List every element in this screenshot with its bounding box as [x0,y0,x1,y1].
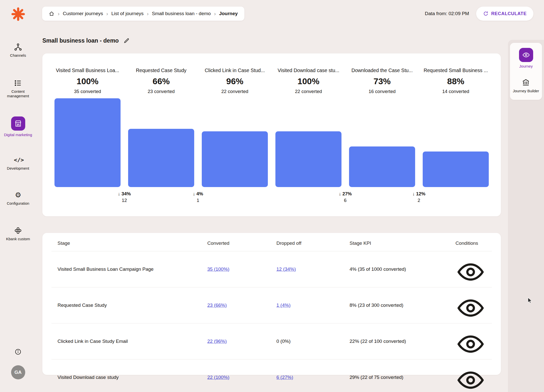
sidebar-item-development[interactable]: </> Development [2,156,35,171]
col-header-converted: Converted [207,240,276,246]
refresh-icon [483,11,489,16]
tab-journey-builder[interactable]: Journey Builder [513,78,539,93]
app-logo[interactable] [11,7,26,22]
stage-converted: 35 converted [74,89,101,94]
stage-name: Visited Small Business Loa... [56,68,119,73]
dropoff-indicator: ↓ 27% 6 [339,191,352,203]
info-icon[interactable] [15,348,21,355]
data-from-timestamp: Data from: 02:09 PM [425,11,469,16]
breadcrumb-list-of-journeys[interactable]: List of journeys [111,11,144,16]
brand-flower-icon [11,7,26,22]
sidebar: Channels Content management Digital mark… [0,0,36,392]
stage-percent: 73% [374,76,391,86]
converted-link[interactable]: 23 (66%) [207,303,227,308]
cell-stage-kpi: 22% (22 of 100 converted) [350,339,455,344]
journey-stages-table: Stage Converted Dropped off Stage KPI Co… [42,233,501,375]
sidebar-item-kbank-custom[interactable]: Kbank custom [2,226,35,241]
dropoff-indicator: ↓ 4% 1 [193,191,203,203]
funnel-stage-column: Requested Case Study 66% 23 converted [128,68,194,187]
breadcrumb-current-journey: Journey [219,11,238,16]
table-row: Visited Download case study 22 (100%) 6 … [51,359,492,392]
sidebar-item-channels[interactable]: Channels [2,43,35,58]
dropped-off-link[interactable]: 6 (27%) [276,375,293,380]
dropoff-count: 2 [412,198,425,203]
table-body: Visited Small Business Loan Campaign Pag… [51,251,492,392]
breadcrumb-separator: › [214,11,216,17]
breadcrumb-separator: › [58,11,60,17]
converted-link[interactable]: 35 (100%) [207,266,230,272]
conditions-eye-icon[interactable] [455,257,486,287]
cell-stage: Visited Download case study [58,375,207,380]
recalculate-button[interactable]: RECALCULATE [476,7,533,21]
sidebar-item-label: Channels [10,53,26,58]
cell-stage-kpi: 4% (35 of 1000 converted) [350,266,455,272]
conditions-eye-icon[interactable] [455,329,486,359]
tab-journey-label: Journey [519,64,533,69]
dropped-off-link[interactable]: 12 (34%) [276,266,296,272]
stage-percent: 100% [298,76,320,86]
channels-icon [14,43,22,51]
breadcrumb-journey-name[interactable]: Small business loan - demo [152,11,211,16]
conditions-eye-icon[interactable] [455,365,486,392]
table-row: Clicked Link in Case Study Email 22 (96%… [51,323,492,359]
funnel-bar[interactable] [202,131,268,187]
sidebar-item-label: Configuration [7,201,29,206]
funnel-bar[interactable] [54,98,121,187]
journey-view-switcher: Journey Journey Builder [510,43,542,100]
dropped-off-link[interactable]: 1 (4%) [276,303,291,308]
journey-eye-icon [519,48,533,62]
dropoff-count: 12 [118,198,131,203]
converted-link[interactable]: 22 (100%) [207,375,230,380]
converted-link[interactable]: 22 (96%) [207,339,227,344]
dropoff-row: ↓ 34% 12 ↓ 4% 1 ↓ 27% 6 ↓ 12% 2 [54,187,489,210]
bar-area [275,98,341,187]
col-header-conditions: Conditions [455,240,486,246]
dropoff-percent: 12% [416,191,425,196]
stage-percent: 66% [153,76,170,86]
breadcrumb: › Customer journeys › List of journeys ›… [42,7,244,21]
avatar[interactable]: GA [11,365,25,379]
funnel-stage-column: Downloaded the Case Stu... 73% 16 conver… [349,68,415,187]
recalculate-label: RECALCULATE [491,11,527,16]
right-rail: Journey Journey Builder [508,40,544,392]
stage-converted: 14 converted [442,89,469,94]
funnel-bar[interactable] [275,131,341,187]
arrow-down-icon: ↓ [193,191,195,196]
funnel-columns: Visited Small Business Loa... 100% 35 co… [54,68,489,187]
title-row: Small business loan - demo [42,37,130,44]
stage-name: Requested Case Study [136,68,187,73]
sidebar-item-label: Kbank custom [6,237,30,241]
stage-name: Visited Download case stu... [278,68,339,73]
sidebar-item-label: Digital marketing [4,133,32,137]
gear-icon: ⚙ [14,191,22,199]
content-list-icon [14,79,22,87]
bar-area [202,98,268,187]
funnel-bar[interactable] [423,152,489,187]
sidebar-item-configuration[interactable]: ⚙ Configuration [2,191,35,206]
breadcrumb-customer-journeys[interactable]: Customer journeys [63,11,103,16]
sidebar-item-content-management[interactable]: Content management [2,79,35,98]
conditions-eye-icon[interactable] [455,293,486,323]
bar-area [54,98,121,187]
dropoff-indicator: ↓ 12% 2 [412,191,425,203]
sidebar-item-digital-marketing[interactable]: Digital marketing [2,116,35,137]
funnel-bar[interactable] [128,129,194,187]
col-header-stage: Stage [58,240,207,246]
header-right: Data from: 02:09 PM RECALCULATE [425,7,533,21]
breadcrumb-separator: › [106,11,108,17]
funnel-bar[interactable] [349,146,415,187]
home-icon[interactable] [49,11,54,17]
tab-journey[interactable]: Journey [519,48,533,69]
edit-title-icon[interactable] [123,38,130,44]
sidebar-item-label: Development [7,166,29,171]
bar-area [423,98,489,187]
stage-name: Requested Small Business ... [424,68,488,73]
dropped-off-link: 0 (0%) [276,339,291,344]
funnel-card: Visited Small Business Loa... 100% 35 co… [42,53,501,216]
stage-converted: 16 converted [369,89,396,94]
arrow-down-icon: ↓ [412,191,415,196]
dropoff-percent: 27% [342,191,352,196]
cell-stage-kpi: 29% (22 of 75 converted) [350,375,455,380]
bar-area [128,98,194,187]
table-row: Requested Case Study 23 (66%) 1 (4%) 8% … [51,287,492,323]
